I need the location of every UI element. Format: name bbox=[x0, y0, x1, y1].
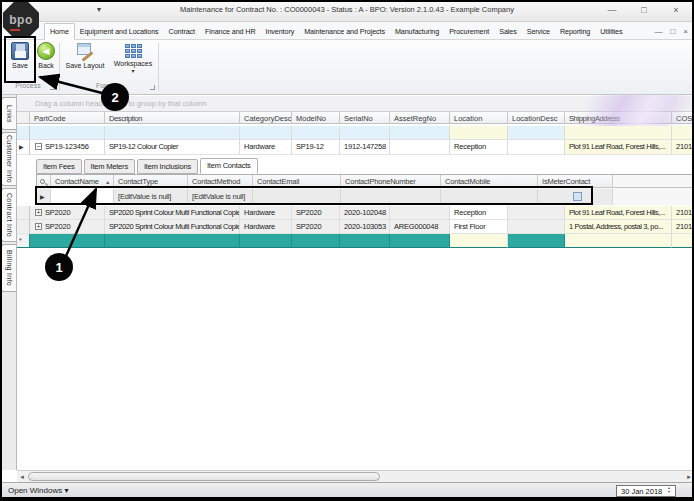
sidebar-tab-billing-info[interactable]: Billing Info bbox=[1, 244, 16, 292]
filter-cell-assetregno[interactable] bbox=[390, 126, 450, 140]
cell-serialno[interactable]: 1912-147258 bbox=[340, 140, 390, 155]
new-cell-serialno[interactable] bbox=[340, 234, 390, 248]
detail-tab-item-contacts[interactable]: Item Contacts bbox=[200, 158, 258, 174]
filter-cell-locationdesc[interactable] bbox=[508, 126, 565, 140]
collapse-icon[interactable]: − bbox=[35, 143, 42, 150]
ribbon-tab-procurement[interactable]: Procurement bbox=[444, 24, 494, 39]
ribbon-tab-sales[interactable]: Sales bbox=[494, 24, 521, 39]
filter-cell-shippingaddress[interactable] bbox=[565, 126, 672, 140]
sidebar-tab-customer-info[interactable]: Customer Info bbox=[1, 132, 16, 186]
cell-assetregno[interactable] bbox=[390, 206, 450, 220]
column-header-partcode[interactable]: PartCode bbox=[30, 112, 105, 124]
new-cell-cosa[interactable] bbox=[672, 234, 694, 248]
cell-location[interactable]: Reception bbox=[450, 206, 508, 220]
detail-tab-item-fees[interactable]: Item Fees bbox=[36, 159, 82, 174]
new-cell-locationdesc[interactable] bbox=[508, 234, 565, 248]
cell-shippingaddress[interactable]: Plot 91 Leaf Road, Forest Hills,... bbox=[565, 140, 672, 155]
column-header-categorydesc[interactable]: CategoryDesc bbox=[240, 112, 292, 124]
save-layout-button[interactable]: Save Layout bbox=[62, 42, 108, 80]
grid-row-sp2020-a[interactable]: +SP2020 SP2020 Sprint Colour Multi Funct… bbox=[17, 206, 694, 220]
new-cell-location[interactable] bbox=[450, 234, 508, 248]
grid-new-row[interactable]: * bbox=[17, 234, 694, 248]
scrollbar-thumb[interactable] bbox=[28, 472, 380, 481]
filter-cell-cosa[interactable] bbox=[672, 126, 694, 140]
ribbon-tab-contract[interactable]: Contract bbox=[164, 24, 200, 39]
spin-down-icon[interactable]: ▾ bbox=[668, 490, 670, 494]
cell-categorydesc[interactable]: Hardware bbox=[240, 220, 292, 234]
maximize-icon[interactable]: □ bbox=[636, 3, 652, 17]
cell-categorydesc[interactable]: Hardware bbox=[240, 206, 292, 220]
column-header-ismetercontact[interactable]: IsMeterContact bbox=[538, 175, 613, 188]
minimize-icon[interactable]: — bbox=[604, 3, 620, 17]
cell-locationdesc[interactable] bbox=[508, 206, 565, 220]
cell-assetregno[interactable] bbox=[390, 140, 450, 155]
cell-description[interactable]: SP19-12 Colour Copier bbox=[105, 140, 240, 155]
filter-cell-location[interactable] bbox=[450, 126, 508, 140]
detail-tab-item-meters[interactable]: Item Meters bbox=[84, 159, 135, 174]
column-header-contactphonenumber[interactable]: ContactPhoneNumber bbox=[341, 175, 441, 188]
ribbon-tab-equipment-and-locations[interactable]: Equipment and Locations bbox=[75, 24, 164, 39]
ribbon-tab-maintenance-and-projects[interactable]: Maintenance and Projects bbox=[299, 24, 390, 39]
ribbon-tab-reporting[interactable]: Reporting bbox=[555, 24, 595, 39]
ribbon-tab-service[interactable]: Service bbox=[522, 24, 555, 39]
process-group-launcher-icon[interactable] bbox=[50, 85, 55, 90]
save-button[interactable]: Save bbox=[6, 42, 34, 80]
cell-description[interactable]: SP2020 Sprint Colour Multi Functional Co… bbox=[105, 206, 240, 220]
cell-assetregno[interactable]: AREG000048 bbox=[390, 220, 450, 234]
scroll-right-icon[interactable]: ▸ bbox=[684, 472, 694, 482]
column-header-assetregno[interactable]: AssetRegNo bbox=[390, 112, 450, 124]
new-cell-description[interactable] bbox=[105, 234, 240, 248]
filter-cell-partcode[interactable] bbox=[30, 126, 105, 140]
cell-serialno[interactable]: 2020-103053 bbox=[340, 220, 390, 234]
cell-modelno[interactable]: SP19-12 bbox=[292, 140, 340, 155]
cell-serialno[interactable]: 2020-102048 bbox=[340, 206, 390, 220]
cell-locationdesc[interactable] bbox=[508, 140, 565, 155]
cell-modelno[interactable]: SP2020 bbox=[292, 206, 340, 220]
filter-cell-modelno[interactable] bbox=[292, 126, 340, 140]
column-header-shippingaddress[interactable]: ShippingAddress bbox=[565, 112, 672, 124]
new-cell-modelno[interactable] bbox=[292, 234, 340, 248]
ribbon-tab-finance-and-hr[interactable]: Finance and HR bbox=[200, 24, 261, 39]
workspaces-button[interactable]: Workspaces ▾ bbox=[110, 42, 156, 80]
sidebar-tab-links[interactable]: Links bbox=[1, 97, 16, 130]
cell-shippingaddress[interactable]: Plot 91 Leaf Road, Forest Hills,... bbox=[565, 206, 672, 220]
contactmethod-cell[interactable]: [EditValue is null] bbox=[188, 189, 253, 205]
sidebar-tab-contract-info[interactable]: Contract Info bbox=[1, 188, 16, 242]
contacttype-cell[interactable]: [EditValue is null] bbox=[114, 189, 188, 205]
new-cell-categorydesc[interactable] bbox=[240, 234, 292, 248]
back-button[interactable]: ◀ Back bbox=[34, 42, 58, 80]
cell-cosa[interactable]: 2101 bbox=[672, 206, 694, 220]
new-cell-assetregno[interactable] bbox=[390, 234, 450, 248]
ribbon-tab-inventory[interactable]: Inventory bbox=[261, 24, 300, 39]
contactmobile-cell[interactable] bbox=[441, 189, 538, 205]
column-header-modelno[interactable]: ModelNo bbox=[292, 112, 340, 124]
cell-partcode[interactable]: +SP2020 bbox=[30, 206, 105, 220]
ismetercontact-checkbox[interactable] bbox=[573, 192, 582, 201]
column-header-contactmethod[interactable]: ContactMethod bbox=[188, 175, 253, 188]
format-group-launcher-icon[interactable] bbox=[150, 85, 155, 90]
column-header-contactemail[interactable]: ContactEmail bbox=[253, 175, 341, 188]
doc-minimize-icon[interactable]: — bbox=[654, 27, 662, 36]
doc-restore-icon[interactable]: □ bbox=[670, 27, 675, 36]
cell-partcode[interactable]: +SP2020 bbox=[30, 220, 105, 234]
scroll-left-icon[interactable]: ◂ bbox=[17, 472, 27, 482]
column-header-serialno[interactable]: SerialNo bbox=[340, 112, 390, 124]
horizontal-scrollbar[interactable]: ◂ ▸ bbox=[17, 470, 694, 482]
cell-cosa[interactable]: 2101 bbox=[672, 140, 694, 155]
cell-cosa[interactable]: 2101 bbox=[672, 220, 694, 234]
open-windows-button[interactable]: Open Windows ▾ bbox=[8, 486, 69, 495]
cell-locationdesc[interactable] bbox=[508, 220, 565, 234]
contactemail-cell[interactable] bbox=[253, 189, 341, 205]
ribbon-tab-manufacturing[interactable]: Manufacturing bbox=[390, 24, 444, 39]
ribbon-tab-home[interactable]: Home bbox=[44, 23, 75, 40]
column-header-description[interactable]: Description bbox=[105, 112, 240, 124]
column-header-cosa[interactable]: COSA bbox=[672, 112, 694, 124]
close-icon[interactable]: × bbox=[668, 3, 684, 17]
date-spinner[interactable]: ▴ ▾ bbox=[668, 486, 670, 494]
cell-location[interactable]: First Floor bbox=[450, 220, 508, 234]
new-cell-shippingaddress[interactable] bbox=[565, 234, 672, 248]
contactphonenumber-cell[interactable] bbox=[341, 189, 441, 205]
column-header-contactname[interactable]: ▲ContactName bbox=[51, 175, 114, 188]
filter-cell-description[interactable] bbox=[105, 126, 240, 140]
cell-shippingaddress[interactable]: 1 Postal, Address, postal 3, po... bbox=[565, 220, 672, 234]
